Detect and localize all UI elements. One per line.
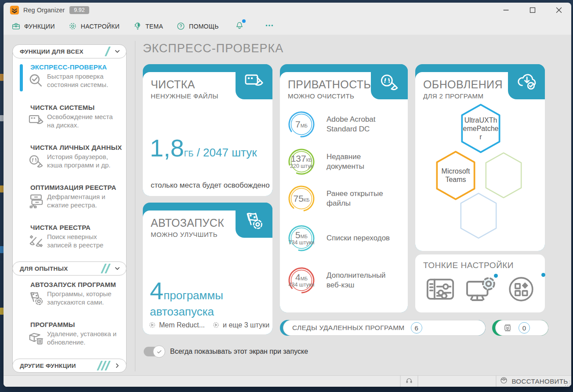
- resize-grip[interactable]: [565, 381, 570, 386]
- notification-dot: [242, 19, 246, 23]
- nav-item-description: Удаление, установка и обновление.: [47, 330, 118, 346]
- traces-count-badge: 6: [411, 322, 422, 334]
- support-button[interactable]: [401, 376, 417, 387]
- toolbar-functions-button[interactable]: ФУНКЦИИ: [11, 22, 55, 31]
- toolbar-settings-label: НАСТРОЙКИ: [81, 23, 120, 30]
- nav-item-title: ЧИСТКА ЛИЧНЫХ ДАННЫХ: [30, 144, 123, 151]
- update-program-hexagon[interactable]: UltraUXThemePatcher: [458, 103, 504, 154]
- chip-icon: [502, 322, 513, 334]
- ellipsis-icon: [265, 21, 274, 32]
- privacy-item-label: Списки переходов: [326, 233, 400, 243]
- fine-tuning-card[interactable]: ТОНКИЕ НАСТРОЙКИ: [415, 254, 545, 312]
- restore-label: ВОССТАНОВИТЬ: [511, 377, 568, 385]
- privacy-item-label: Недавние документы: [326, 152, 400, 171]
- notifications-button[interactable]: [235, 21, 244, 32]
- toolbar-functions-label: ФУНКЦИИ: [24, 23, 55, 30]
- sidebar-item-express-check[interactable]: ЭКСПРЕСС-ПРОВЕРКА Быстрая проверка состо…: [19, 63, 123, 89]
- stripes-decoration: [99, 361, 109, 370]
- sidebar-item-programs[interactable]: ПРОГРАММЫ Удаление, установка и обновлен…: [19, 321, 123, 346]
- cleanup-value: 1,8ГБ / 2047 штук: [150, 134, 257, 162]
- stripes-decoration: [103, 264, 109, 273]
- privacy-card[interactable]: ПРИВАТНОСТЬ МОЖНО ОЧИСТИТЬ 7МБ Adobe Acr…: [280, 64, 408, 312]
- autostart-footer: Mem Reduct... и еще 3 штуки: [148, 321, 270, 329]
- traces-label: СЛЕДЫ УДАЛЕННЫХ ПРОГРАММ: [292, 324, 405, 332]
- statusbar-middle-segment: [418, 376, 496, 387]
- placeholder-hexagon: [457, 192, 500, 240]
- sidebar-item-system-cleanup[interactable]: ЧИСТКА СИСТЕМЫ Освобождение места на дис…: [19, 104, 123, 129]
- privacy-item-web-cache[interactable]: 4МБ 434 штуки Дополнительный веб-кэш: [288, 265, 403, 296]
- sidebar-item-private-data-cleanup[interactable]: ЧИСТКА ЛИЧНЫХ ДАННЫХ История браузеров, …: [19, 144, 123, 169]
- desktop-icon-fragment: [0, 185, 4, 192]
- monitor-broom-icon: [28, 113, 47, 129]
- sidebar-section-functions-for-all[interactable]: ФУНКЦИИ ДЛЯ ВСЕХ: [12, 44, 127, 58]
- monitor-broom-icon: [236, 64, 272, 99]
- box-trash-icon: [28, 330, 47, 346]
- app-title: Reg Organizer: [23, 7, 65, 14]
- mask-broom-icon: [28, 152, 47, 169]
- startup-toggle[interactable]: [144, 347, 164, 356]
- sidebar-item-registry-cleanup[interactable]: ЧИСТКА РЕЕСТРА Поиск неверных записей в …: [19, 224, 123, 249]
- sidebar-separator: [135, 41, 135, 371]
- cloud-download-icon: [508, 64, 545, 99]
- toolbar-help-button[interactable]: ПОМОЩЬ: [176, 22, 219, 31]
- nav-item-description: Освобождение места на дисках.: [47, 113, 118, 129]
- restore-button[interactable]: ВОССТАНОВИТЬ: [497, 376, 571, 387]
- sidebar-section-for-experienced[interactable]: ДЛЯ ОПЫТНЫХ: [12, 261, 127, 276]
- privacy-item-opened-files[interactable]: 75КБ Ранее открытые файлы: [288, 183, 403, 214]
- selection-indicator: [20, 64, 23, 91]
- app-window: Reg Organizer 9.92 ФУНКЦИИ НАСТРОЙКИ ТЕМ…: [4, 3, 571, 387]
- statusbar-left-segment: [4, 376, 400, 387]
- gear-play-icon: [212, 321, 220, 329]
- mask-broom-icon: [371, 64, 408, 99]
- show-on-startup-toggle-row: Всегда показывать этот экран при запуске: [144, 347, 308, 356]
- cleanup-footnote: столько места будет освобождено: [151, 181, 270, 190]
- privacy-item-adobe[interactable]: 7МБ Adobe Acrobat Standard DC: [288, 109, 403, 140]
- monitor-gear-icon[interactable]: [464, 274, 496, 307]
- nav-item-title: ЭКСПРЕСС-ПРОВЕРКА: [30, 63, 123, 71]
- cleanup-card[interactable]: ЧИСТКА НЕНУЖНЫЕ ФАЙЛЫ 1,8ГБ / 2047 штук …: [143, 64, 272, 196]
- privacy-item-label: Ранее открытые файлы: [326, 189, 400, 208]
- toolbar-settings-button[interactable]: НАСТРОЙКИ: [68, 22, 120, 31]
- nav-item-title: АВТОЗАПУСК ПРОГРАММ: [30, 281, 123, 288]
- firmware-button[interactable]: 0: [492, 320, 548, 336]
- section-label: ДЛЯ ОПЫТНЫХ: [20, 265, 103, 272]
- briefcase-icon: [11, 22, 21, 31]
- bulb-icon: [133, 22, 142, 31]
- close-button[interactable]: [553, 4, 565, 16]
- usage-ring: 75КБ: [288, 185, 315, 212]
- cleanup-count: / 2047 штук: [193, 146, 257, 159]
- toggle-check-icon: [153, 345, 165, 358]
- more-menu-button[interactable]: [265, 21, 274, 32]
- magnifier-check-icon: [28, 72, 47, 89]
- sidebar-section-other-functions[interactable]: ДРУГИЕ ФУНКЦИИ: [12, 359, 127, 373]
- sidebar: ФУНКЦИИ ДЛЯ ВСЕХ ЭКСПРЕСС-ПРОВЕРКА Быстр…: [12, 44, 127, 373]
- sidebar-item-registry-optimization[interactable]: ОПТИМИЗАЦИЯ РЕЕСТРА Дефрагментация и сжа…: [19, 184, 123, 209]
- maximize-button[interactable]: [526, 4, 539, 16]
- nav-item-description: Быстрая проверка состояния системы.: [47, 72, 118, 89]
- autostart-card[interactable]: АВТОЗАПУСК МОЖНО УЛУЧШИТЬ 4программы авт…: [143, 203, 272, 334]
- nav-item-description: Программы, которые запускаются сами.: [47, 290, 118, 306]
- autostart-more[interactable]: и еще 3 штуки: [212, 321, 269, 329]
- minimize-button[interactable]: [500, 4, 512, 16]
- headphones-icon: [405, 377, 413, 386]
- gear-icon: [68, 22, 77, 31]
- version-badge: 9.92: [69, 6, 89, 14]
- flag-gear-icon: [236, 203, 272, 238]
- content-area: ФУНКЦИИ ДЛЯ ВСЕХ ЭКСПРЕСС-ПРОВЕРКА Быстр…: [4, 35, 571, 376]
- autostart-value: 4программы автозапуска: [150, 276, 272, 319]
- cleanup-unit: ГБ: [184, 149, 194, 158]
- privacy-item-jump-lists[interactable]: 5МБ 734 штуки Списки переходов: [288, 223, 403, 254]
- stripes-decoration: [107, 47, 109, 56]
- sliders-panel-icon[interactable]: [425, 274, 456, 306]
- section-label: ФУНКЦИИ ДЛЯ ВСЕХ: [20, 48, 107, 55]
- apps-icon[interactable]: [507, 275, 536, 305]
- sidebar-item-autostart-programs[interactable]: АВТОЗАПУСК ПРОГРАММ Программы, которые з…: [19, 281, 123, 306]
- autostart-program[interactable]: Mem Reduct...: [148, 321, 205, 329]
- status-bar: ВОССТАНОВИТЬ: [4, 375, 571, 387]
- updates-card[interactable]: ОБНОВЛЕНИЯ ДЛЯ 2 ПРОГРАММ UltraUXThemePa…: [415, 64, 545, 251]
- removed-programs-traces-button[interactable]: СЛЕДЫ УДАЛЕННЫХ ПРОГРАММ 6: [280, 320, 486, 336]
- toolbar-theme-button[interactable]: ТЕМА: [133, 22, 163, 31]
- brooms-icon: [28, 232, 47, 249]
- privacy-item-recent-docs[interactable]: 137КБ 220 штук Недавние документы: [288, 146, 403, 177]
- nav-item-title: ЧИСТКА СИСТЕМЫ: [30, 104, 123, 111]
